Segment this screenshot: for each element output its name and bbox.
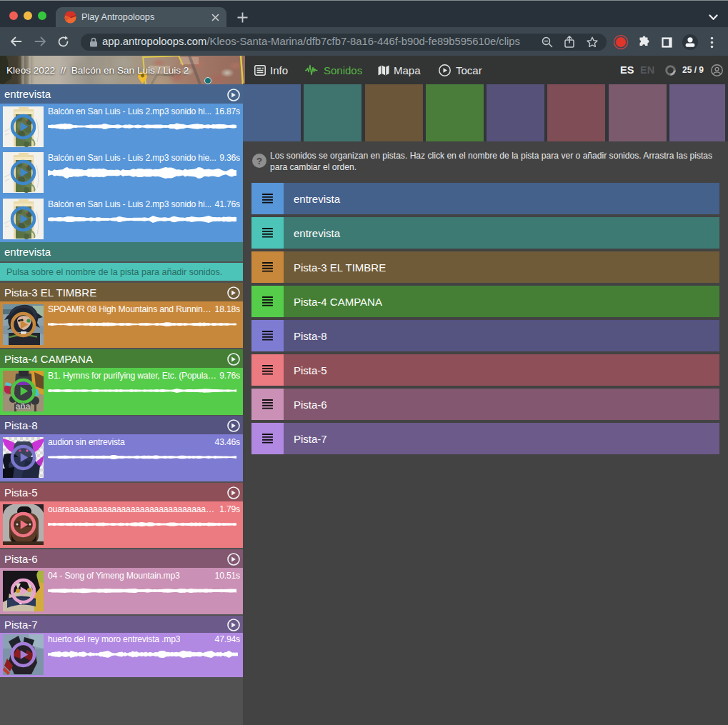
svg-text:aña: aña — [16, 401, 31, 411]
